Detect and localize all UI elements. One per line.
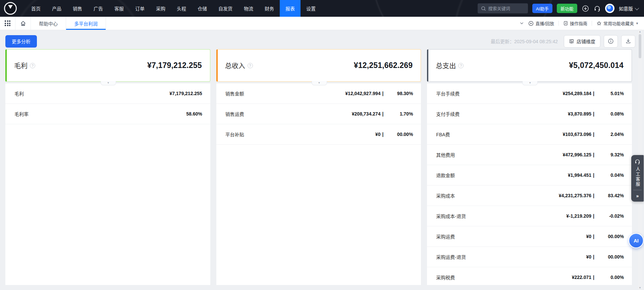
row-value: ¥0|00.00% — [586, 234, 624, 239]
download-report-button[interactable] — [621, 35, 635, 48]
row-value: ¥3,870.895|0.08% — [568, 111, 624, 117]
row-percent: 2.04% — [594, 132, 624, 137]
metric-row: 毛利 ¥7,179,212.255 — [5, 83, 210, 104]
last-updated-text: 最后更新：2025-09-04 08:25:42 — [491, 38, 558, 45]
headset-icon[interactable] — [593, 5, 601, 12]
row-value: ¥-1,219.209|-0.02% — [566, 213, 624, 219]
nav-item[interactable]: 采购 — [150, 0, 171, 17]
favorites-menu[interactable]: 常用功能收藏夹 ▼ — [596, 20, 639, 26]
metric-card: 毛利 ? ¥7,179,212.255 ▼ 毛利 ¥7,179,212.255 … — [5, 49, 210, 285]
row-percent: 0.04% — [594, 172, 624, 178]
row-label: 平台手续费 — [436, 90, 460, 97]
collapse-notch[interactable]: ▼ — [312, 81, 327, 85]
row-label: FBA费 — [436, 131, 450, 138]
tab-overflow-chevron[interactable] — [520, 21, 524, 25]
search-input[interactable] — [488, 6, 525, 11]
operation-guide-link[interactable]: 操作指南 — [563, 20, 587, 26]
help-icon[interactable]: ? — [248, 63, 253, 68]
scroll-up-arrow[interactable]: ▲ — [638, 30, 642, 33]
tab-bar: 帮助中心多平台利润 直播/回放 操作指南 常用功能收藏夹 ▼ — [0, 17, 644, 30]
tab[interactable]: 帮助中心 — [31, 17, 66, 30]
toolbar-right: 最后更新：2025-09-04 08:25:42 店铺维度 — [491, 35, 635, 48]
topnav-right: AI助手 新功能 如意版 — [478, 3, 638, 13]
main-nav: 首页产品销售广告客服订单采购头程仓储自发货物流财务报表设置 — [25, 0, 321, 17]
row-percent: 1.70% — [383, 111, 413, 117]
card-title: 总支出 ? — [436, 61, 464, 70]
ai-floating-button[interactable]: AI — [629, 233, 644, 248]
row-value: 58.60% — [186, 111, 202, 117]
metric-card: 总收入 ? ¥12,251,662.269 ▼ 销售金额 ¥12,042,927… — [216, 49, 421, 285]
live-replay-link[interactable]: 直播/回放 — [528, 20, 554, 26]
profit-cards: 毛利 ? ¥7,179,212.255 ▼ 毛利 ¥7,179,212.255 … — [0, 48, 644, 285]
info-button[interactable] — [604, 35, 618, 48]
nav-item[interactable]: 物流 — [238, 0, 259, 17]
metric-row: 退款金额 ¥1,994.451|0.04% — [427, 165, 632, 186]
row-percent: 5.01% — [594, 91, 624, 96]
nav-item[interactable]: 客服 — [109, 0, 129, 17]
store-dimension-button[interactable]: 店铺维度 — [564, 35, 600, 48]
row-label: 采购成本 — [436, 192, 455, 199]
row-label: 销售金额 — [225, 90, 244, 97]
card-total-value: ¥12,251,662.269 — [354, 61, 413, 70]
scrollbar-thumb[interactable] — [639, 34, 641, 58]
nav-item[interactable]: 头程 — [171, 0, 192, 17]
row-percent: 00.00% — [594, 254, 624, 260]
nav-item[interactable]: 首页 — [25, 0, 46, 17]
home-icon — [20, 20, 26, 26]
row-value: ¥1,994.451|0.04% — [568, 172, 624, 178]
user-avatar[interactable] — [605, 4, 614, 13]
card-header: 总支出 ? ¥5,072,450.014 ▼ — [427, 49, 632, 82]
home-button[interactable] — [15, 17, 31, 30]
global-search[interactable] — [478, 3, 528, 13]
chevron-down-icon — [635, 6, 639, 10]
nav-item[interactable]: 销售 — [67, 0, 88, 17]
tabbar-right: 直播/回放 操作指南 常用功能收藏夹 ▼ — [520, 17, 644, 30]
metric-row: 平台手续费 ¥254,289.184|5.01% — [427, 83, 632, 104]
row-label: 其他费用 — [436, 151, 455, 158]
nav-item[interactable]: 广告 — [88, 0, 109, 17]
collapse-notch[interactable]: ▼ — [522, 81, 538, 85]
metric-row: 支付手续费 ¥3,870.895|0.08% — [427, 104, 632, 124]
nav-item[interactable]: 订单 — [129, 0, 150, 17]
open-tabs: 帮助中心多平台利润 — [31, 17, 106, 30]
collapse-notch[interactable]: ▼ — [101, 81, 116, 85]
store-dimension-label: 店铺维度 — [577, 38, 595, 45]
nav-item[interactable]: 报表 — [280, 0, 301, 17]
nav-item[interactable]: 产品 — [46, 0, 67, 17]
row-value: ¥7,179,212.255 — [169, 91, 202, 96]
card-body: 销售金额 ¥12,042,927.994|98.30% 销售运费 ¥208,73… — [216, 83, 421, 285]
new-feature-button[interactable]: 新功能 — [557, 4, 577, 13]
row-label: 毛利 — [14, 90, 24, 97]
edition-menu[interactable]: 如意版 — [619, 5, 638, 12]
live-replay-label: 直播/回放 — [535, 20, 554, 26]
metric-card: 总支出 ? ¥5,072,450.014 ▼ 平台手续费 ¥254,289.18… — [427, 49, 632, 285]
nav-item[interactable]: 仓储 — [192, 0, 213, 17]
card-total-value: ¥5,072,450.014 — [569, 61, 624, 70]
row-label: 毛利率 — [14, 111, 29, 117]
operation-guide-label: 操作指南 — [570, 20, 587, 26]
star-icon — [596, 21, 602, 26]
nav-item[interactable]: 自发货 — [213, 0, 238, 17]
app-logo-icon[interactable] — [4, 2, 17, 15]
row-label: 采购成本-退货 — [436, 213, 466, 219]
row-label: 采购运费 — [436, 233, 455, 240]
card-header: 总收入 ? ¥12,251,662.269 ▼ — [216, 49, 421, 82]
row-percent: -0.02% — [594, 213, 624, 219]
row-value: ¥0|00.00% — [375, 132, 413, 137]
ai-assistant-button[interactable]: AI助手 — [532, 4, 552, 13]
help-icon[interactable]: ? — [30, 63, 35, 68]
row-value: ¥208,734.274|1.70% — [352, 111, 413, 117]
download-client-icon[interactable] — [582, 5, 589, 12]
nav-item[interactable]: 财务 — [259, 0, 280, 17]
human-service-button[interactable]: 人工客服 — [635, 167, 640, 187]
help-icon[interactable]: ? — [458, 63, 464, 68]
nav-item[interactable]: 设置 — [301, 0, 321, 17]
tab[interactable]: 多平台利润 — [66, 17, 106, 30]
row-value: ¥12,042,927.994|98.30% — [345, 91, 413, 96]
app-grid-button[interactable] — [0, 17, 15, 30]
scroll-down-arrow[interactable]: ▼ — [638, 286, 642, 289]
row-value: ¥472,996.125|9.32% — [562, 152, 624, 157]
row-label: 销售运费 — [225, 111, 244, 117]
more-analysis-button[interactable]: 更多分析 — [5, 35, 37, 48]
collapse-panel-button[interactable]: » — [636, 193, 639, 199]
